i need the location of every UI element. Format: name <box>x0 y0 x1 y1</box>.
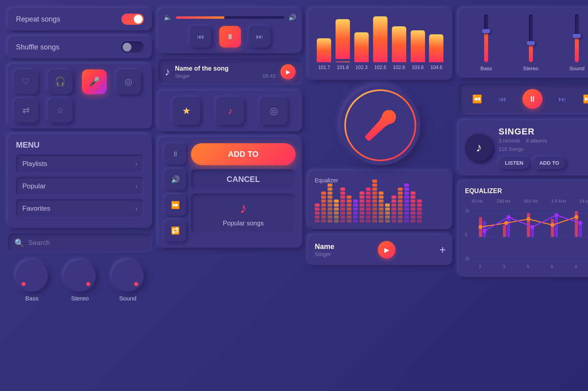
pause-side-button[interactable]: ⏸ <box>165 143 186 165</box>
song-note-icon: ♪ <box>165 65 170 78</box>
song-play-button[interactable]: ▶ <box>280 64 296 79</box>
shuffle-label: Shuffle songs <box>16 43 60 51</box>
listen-button[interactable]: LISTEN <box>499 157 530 169</box>
singer-stats: 3 records 8 albums 110 Songs <box>499 137 588 154</box>
star-button[interactable]: ☆ <box>48 98 73 123</box>
ff-side-button[interactable]: ⏩ <box>165 194 186 216</box>
wave-button[interactable]: ◎ <box>260 97 288 125</box>
vol-side-button[interactable]: 🔊 <box>165 169 186 190</box>
shuffle-toggle[interactable] <box>121 41 144 53</box>
bar-1018-label: 101.8 <box>337 65 349 70</box>
surround-button[interactable]: ◎ <box>116 69 141 94</box>
headphones-button[interactable]: 🎧 <box>48 69 73 94</box>
bar-1036-fill <box>411 30 425 62</box>
bass-knob[interactable] <box>16 260 48 292</box>
heart-button[interactable]: ♡ <box>14 69 38 94</box>
song-card-add-button[interactable]: + <box>439 243 446 256</box>
next-button[interactable]: ⏭ <box>249 26 270 47</box>
stereo-slider-track[interactable] <box>529 14 533 62</box>
singer-card: ♪ SINGER 3 records 8 albums 110 Songs LI… <box>459 120 588 176</box>
sound-slider-wrap: Sound <box>570 14 585 71</box>
popular-music-icon: ♪ <box>240 200 247 217</box>
sound-slider-track[interactable] <box>575 14 579 62</box>
svg-point-24 <box>554 213 558 217</box>
svg-rect-13 <box>555 215 558 237</box>
bar-1018-underline <box>336 61 350 62</box>
eq-bar-col-13 <box>398 188 403 223</box>
music-note-button[interactable]: ♪ <box>216 97 244 125</box>
svg-text:0: 0 <box>465 233 467 237</box>
rw-button[interactable]: ⏪ <box>472 94 482 104</box>
prev-pb-button[interactable]: ⏮ <box>499 95 507 104</box>
mic-ring: 🎤 <box>344 89 416 161</box>
menu-item-favorites[interactable]: Favorites › <box>16 199 144 218</box>
bar-1028-label: 102.8 <box>393 65 405 70</box>
pause-button[interactable]: ⏸ <box>219 26 241 47</box>
eq-bar-col-14 <box>404 184 409 223</box>
svg-point-17 <box>504 221 508 225</box>
cancel-button[interactable]: CANCEL <box>191 169 296 190</box>
bar-1018[interactable]: 101.8 <box>336 19 350 70</box>
eq-bar-col-15 <box>411 192 415 223</box>
sound-knob[interactable] <box>112 260 144 292</box>
svg-rect-14 <box>575 211 578 237</box>
eq-bar-col-4 <box>340 188 345 223</box>
song-info-left: Name Singer <box>315 243 334 257</box>
chart-bars: 101.7 101.8 102.3 102.6 102.8 <box>315 14 446 70</box>
side-buttons: ⏸ 🔊 ⏩ 🔁 <box>165 143 186 241</box>
eq-graph-card: EQUALIZER 60 Hz 230 Hz 910 Hz 3.6 kHz 14… <box>459 181 588 277</box>
svg-point-19 <box>550 223 554 227</box>
search-card[interactable]: 🔍 Search <box>8 233 152 253</box>
transport-row: ⏮ ⏸ ⏭ <box>164 26 296 47</box>
svg-text:15: 15 <box>465 257 470 261</box>
singer-info: SINGER 3 records 8 albums 110 Songs LIST… <box>499 126 588 169</box>
mic-circle-button[interactable]: 🎤 <box>340 85 420 165</box>
eq-bar-col-11 <box>385 203 390 223</box>
bass-slider-thumb[interactable] <box>482 29 490 33</box>
svg-text:6: 6 <box>551 265 553 269</box>
volume-track[interactable] <box>176 16 284 19</box>
ff-button[interactable]: ⏩ <box>583 94 588 104</box>
repeat-label: Repeat songs <box>16 15 60 24</box>
radio-chart-card: 101.7 101.8 102.3 102.6 102.8 <box>308 8 452 80</box>
mic-button[interactable]: 🎤 <box>82 69 107 94</box>
svg-point-20 <box>574 215 578 219</box>
stereo-slider-thumb[interactable] <box>527 41 535 45</box>
mini-icons-row: ★ ♪ ◎ <box>158 91 302 131</box>
volume-row: 🔈 🔊 <box>164 14 296 21</box>
playlists-chevron: › <box>135 160 137 168</box>
repeat-toggle[interactable] <box>121 14 144 25</box>
icon-buttons-row: ♡ 🎧 🎤 ◎ ⇄ ☆ <box>8 64 152 128</box>
stereo-knob[interactable] <box>64 260 96 292</box>
vol-low-icon: 🔈 <box>164 14 172 21</box>
add-to-button[interactable]: ADD TO <box>191 143 296 165</box>
search-placeholder: Search <box>28 239 50 247</box>
repeat-side-button[interactable]: 🔁 <box>165 220 186 241</box>
menu-item-popular[interactable]: Popular › <box>16 177 144 196</box>
menu-item-playlists[interactable]: Playlists › <box>16 154 144 174</box>
shuffle-knob <box>123 43 131 51</box>
svg-point-23 <box>530 225 534 229</box>
eq-bar-col-12 <box>391 196 396 223</box>
song-card-play-button[interactable]: ▶ <box>378 241 395 259</box>
singer-songs: 110 Songs <box>499 146 523 152</box>
fav-star-button[interactable]: ★ <box>173 97 201 125</box>
singer-add-to-button[interactable]: ADD TO <box>533 157 566 169</box>
singer-avatar: ♪ <box>465 134 493 162</box>
next-pb-button[interactable]: ⏭ <box>558 95 566 104</box>
singer-actions: LISTEN ADD TO <box>499 157 588 169</box>
song-title: Name of the song <box>175 65 276 72</box>
bass-slider-track[interactable] <box>484 14 488 62</box>
song-info: Name of the song Singer 05:43 <box>175 65 276 79</box>
eq-graph-title: EQUALIZER <box>465 188 588 195</box>
repeat-toggle-card: Repeat songs <box>8 8 152 30</box>
action-area: ⏸ 🔊 ⏩ 🔁 ADD TO CANCEL ♪ Popular songs <box>158 137 302 248</box>
volume-fill <box>176 16 224 19</box>
svg-point-22 <box>507 215 511 219</box>
prev-button[interactable]: ⏮ <box>190 26 211 47</box>
shuffle-icon-button[interactable]: ⇄ <box>14 98 38 123</box>
bar-1026-fill <box>373 16 387 62</box>
pause-pb-button[interactable]: ⏸ <box>522 89 542 109</box>
sound-slider-thumb[interactable] <box>573 34 581 38</box>
eq-bar-col-7 <box>360 192 364 223</box>
